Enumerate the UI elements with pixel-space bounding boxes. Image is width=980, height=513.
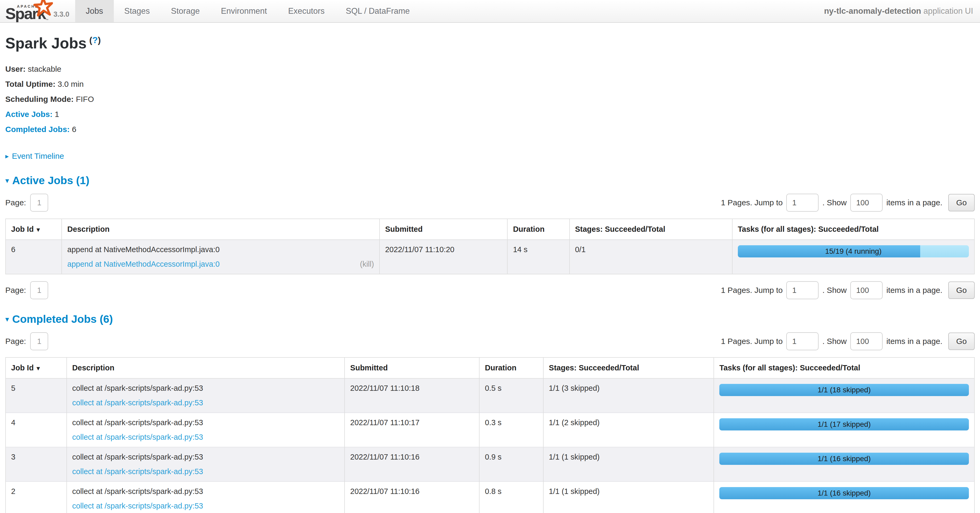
brand-area: APACHE Spark™ 3.3.0 (0, 0, 75, 22)
nav-tabs: Jobs Stages Storage Environment Executor… (75, 0, 420, 22)
stages-cell: 1/1 (1 skipped) (543, 481, 714, 513)
column-header-duration[interactable]: Duration (479, 357, 543, 378)
job-description: collect at /spark-scripts/spark-ad.py:53 (72, 453, 339, 461)
summary-uptime: Total Uptime: 3.0 min (5, 79, 975, 90)
sort-desc-icon: ▼ (35, 227, 41, 233)
tab-sql-dataframe[interactable]: SQL / DataFrame (335, 0, 420, 22)
job-detail-link[interactable]: collect at /spark-scripts/spark-ad.py:53 (72, 433, 203, 442)
uptime-value: 3.0 min (58, 79, 84, 88)
page-label: Page: (5, 337, 26, 346)
summary-completed-jobs: Completed Jobs: 6 (5, 124, 975, 135)
job-detail-link[interactable]: collect at /spark-scripts/spark-ad.py:53 (72, 502, 203, 510)
progress-label: 1/1 (16 skipped) (719, 487, 969, 499)
job-description: append at NativeMethodAccessorImpl.java:… (67, 245, 374, 254)
jump-to-input[interactable] (786, 332, 819, 350)
active-jobs-header-row: Job Id▼ Description Submitted Duration S… (6, 219, 974, 240)
active-jobs-pager-top: Page: 1 Pages. Jump to . Show items in a… (5, 194, 975, 212)
sort-desc-icon: ▼ (35, 365, 41, 372)
page-number-input[interactable] (30, 281, 48, 299)
completed-jobs-link[interactable]: Completed Jobs: (5, 125, 70, 133)
column-header-duration[interactable]: Duration (508, 219, 569, 240)
active-jobs-table: Job Id▼ Description Submitted Duration S… (5, 219, 975, 274)
go-button[interactable]: Go (948, 333, 975, 350)
expanded-arrow-icon: ▾ (5, 315, 9, 324)
completed-jobs-section-title: Completed Jobs (6) (12, 313, 113, 326)
active-jobs-section-title: Active Jobs (1) (12, 174, 89, 187)
jump-to-input[interactable] (786, 194, 819, 212)
spark-star-icon (33, 0, 53, 17)
job-detail-link[interactable]: append at NativeMethodAccessorImpl.java:… (67, 260, 220, 268)
help-link[interactable]: (?) (89, 35, 100, 45)
go-button[interactable]: Go (948, 194, 975, 211)
job-detail-link[interactable]: collect at /spark-scripts/spark-ad.py:53 (72, 467, 203, 476)
top-navbar: APACHE Spark™ 3.3.0 Jobs Stages Storage … (0, 0, 980, 23)
application-title: ny-tlc-anomaly-detection application UI (824, 6, 980, 16)
items-per-page-input[interactable] (850, 194, 883, 212)
progress-label: 1/1 (17 skipped) (719, 418, 969, 430)
submitted-cell: 2022/11/07 11:10:18 (345, 378, 479, 413)
kill-job-link[interactable]: (kill) (360, 260, 374, 268)
tab-environment[interactable]: Environment (210, 0, 278, 22)
column-header-job-id[interactable]: Job Id▼ (6, 357, 67, 378)
tab-storage[interactable]: Storage (161, 0, 210, 22)
completed-job-row: 4 collect at /spark-scripts/spark-ad.py:… (6, 413, 974, 447)
tab-stages[interactable]: Stages (114, 0, 161, 22)
summary-active-jobs: Active Jobs: 1 (5, 109, 975, 120)
show-text: . Show (822, 286, 846, 295)
completed-job-row: 2 collect at /spark-scripts/spark-ad.py:… (6, 481, 974, 513)
items-text: items in a page. (886, 286, 942, 295)
tab-jobs[interactable]: Jobs (75, 0, 113, 22)
page-title: Spark Jobs(?) (5, 34, 975, 52)
active-jobs-link[interactable]: Active Jobs: (5, 110, 52, 119)
progress-label: 15/19 (4 running) (738, 245, 969, 257)
column-header-description[interactable]: Description (62, 219, 380, 240)
tab-executors[interactable]: Executors (278, 0, 335, 22)
items-text: items in a page. (886, 337, 942, 346)
job-summary: User: stackable Total Uptime: 3.0 min Sc… (5, 64, 975, 135)
duration-cell: 14 s (508, 240, 569, 274)
spark-version: 3.3.0 (54, 10, 69, 21)
collapsed-arrow-icon: ▸ (5, 152, 9, 160)
column-header-stages[interactable]: Stages: Succeeded/Total (543, 357, 714, 378)
page-label: Page: (5, 286, 26, 295)
tasks-cell: 1/1 (16 skipped) (714, 481, 974, 513)
stages-cell: 1/1 (1 skipped) (543, 447, 714, 481)
column-header-tasks[interactable]: Tasks (for all stages): Succeeded/Total (732, 219, 974, 240)
description-cell: collect at /spark-scripts/spark-ad.py:53… (67, 378, 345, 413)
jump-to-input[interactable] (786, 281, 819, 299)
spark-logo[interactable]: APACHE Spark™ (5, 0, 49, 21)
submitted-cell: 2022/11/07 11:10:17 (345, 413, 479, 447)
application-name: ny-tlc-anomaly-detection (824, 6, 921, 16)
column-header-submitted[interactable]: Submitted (345, 357, 479, 378)
column-header-stages[interactable]: Stages: Succeeded/Total (570, 219, 732, 240)
submitted-cell: 2022/11/07 11:10:16 (345, 481, 479, 513)
job-detail-link[interactable]: collect at /spark-scripts/spark-ad.py:53 (72, 399, 203, 407)
expanded-arrow-icon: ▾ (5, 176, 9, 185)
submitted-cell: 2022/11/07 11:10:20 (380, 240, 508, 274)
show-text: . Show (822, 198, 846, 207)
go-button[interactable]: Go (948, 281, 975, 299)
items-per-page-input[interactable] (850, 332, 883, 350)
completed-jobs-count: 6 (72, 125, 76, 133)
completed-job-row: 5 collect at /spark-scripts/spark-ad.py:… (6, 378, 974, 413)
job-id-cell: 2 (6, 481, 67, 513)
column-header-submitted[interactable]: Submitted (380, 219, 508, 240)
question-mark-icon: ? (92, 35, 98, 45)
submitted-cell: 2022/11/07 11:10:16 (345, 447, 479, 481)
summary-scheduling-mode: Scheduling Mode: FIFO (5, 94, 975, 105)
event-timeline-toggle[interactable]: ▸ Event Timeline (5, 152, 64, 160)
page-number-input[interactable] (30, 194, 48, 212)
items-per-page-input[interactable] (850, 281, 883, 299)
pages-jump-text: 1 Pages. Jump to (721, 286, 783, 295)
completed-jobs-section-header[interactable]: ▾ Completed Jobs (6) (5, 313, 975, 326)
description-cell: collect at /spark-scripts/spark-ad.py:53… (67, 447, 345, 481)
column-header-description[interactable]: Description (67, 357, 345, 378)
column-header-tasks[interactable]: Tasks (for all stages): Succeeded/Total (714, 357, 974, 378)
job-description: collect at /spark-scripts/spark-ad.py:53 (72, 384, 339, 392)
tasks-cell: 1/1 (16 skipped) (714, 447, 974, 481)
active-jobs-section-header[interactable]: ▾ Active Jobs (1) (5, 174, 975, 187)
column-header-job-id[interactable]: Job Id▼ (6, 219, 62, 240)
pages-jump-text: 1 Pages. Jump to (721, 198, 783, 207)
job-id-cell: 6 (6, 240, 62, 274)
page-number-input[interactable] (30, 332, 48, 350)
